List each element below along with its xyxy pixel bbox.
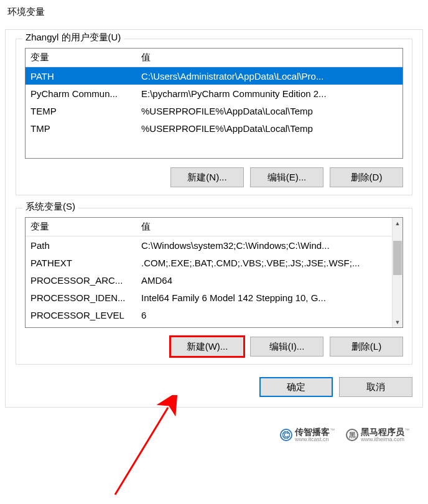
list-header: 变量 值 (26, 218, 402, 236)
table-row[interactable]: Path C:\Windows\system32;C:\Windows;C:\W… (26, 236, 392, 254)
cell-val: 6 (136, 308, 392, 322)
table-row[interactable]: PROCESSOR_LEVEL 6 (26, 306, 392, 324)
dialog-title: 环境变量 (0, 0, 428, 24)
cell-var: PROCESSOR_ARC... (26, 273, 136, 287)
annotation-arrow-icon (100, 395, 199, 501)
cell-val: .COM;.EXE;.BAT;.CMD;.VBS;.VBE;.JS;.JSE;.… (136, 256, 392, 270)
col-value[interactable]: 值 (136, 218, 402, 236)
scroll-track[interactable] (393, 228, 402, 317)
cell-val: E:\pycharm\PyCharm Community Edition 2..… (136, 86, 402, 101)
col-variable[interactable]: 变量 (26, 218, 136, 236)
dialog-button-row: 确定 取消 (16, 377, 412, 397)
table-row[interactable]: PATH C:\Users\Administrator\AppData\Loca… (26, 67, 402, 85)
cell-var: TEMP (26, 104, 136, 118)
svg-line-0 (115, 408, 168, 495)
list-body: PATH C:\Users\Administrator\AppData\Loca… (26, 67, 402, 137)
cell-val: AMD64 (136, 273, 392, 287)
user-vars-list[interactable]: 变量 值 PATH C:\Users\Administrator\AppData… (25, 48, 403, 159)
table-row[interactable]: PyCharm Commun... E:\pycharm\PyCharm Com… (26, 85, 402, 102)
list-body: Path C:\Windows\system32;C:\Windows;C:\W… (26, 236, 402, 324)
cell-var: PATH (26, 69, 136, 83)
watermark-itheima: 黑 黑马程序员™ www.itheima.com (346, 427, 409, 443)
user-vars-label: Zhangyl 的用户变量(U) (22, 32, 124, 44)
dialog-body: Zhangyl 的用户变量(U) 变量 值 PATH C:\Users\Admi… (5, 29, 423, 408)
watermark-itcast: C 传智播客™ www.itcast.cn (280, 427, 335, 443)
delete-user-var-button[interactable]: 删除(D) (330, 167, 403, 187)
wm-cn: 黑马程序员 (361, 427, 404, 437)
table-row[interactable]: PROCESSOR_IDEN... Intel64 Family 6 Model… (26, 289, 392, 306)
table-row[interactable]: PATHEXT .COM;.EXE;.BAT;.CMD;.VBS;.VBE;.J… (26, 254, 392, 271)
system-vars-list[interactable]: 变量 值 Path C:\Windows\system32;C:\Windows… (25, 217, 403, 328)
scrollbar[interactable]: ▲ ▼ (392, 218, 402, 327)
cell-var: TMP (26, 121, 136, 136)
scroll-thumb[interactable] (393, 241, 402, 275)
itheima-icon: 黑 (346, 429, 358, 441)
itcast-icon: C (280, 429, 292, 441)
new-sys-var-button[interactable]: 新建(W)... (170, 337, 244, 357)
cancel-button[interactable]: 取消 (339, 377, 412, 397)
ok-button[interactable]: 确定 (259, 377, 333, 397)
cell-var: PyCharm Commun... (26, 86, 136, 101)
wm-url: www.itheima.com (361, 437, 409, 443)
cell-var: Path (26, 238, 136, 253)
cell-var: PROCESSOR_IDEN... (26, 291, 136, 305)
cell-val: %USERPROFILE%\AppData\Local\Temp (136, 104, 402, 118)
cell-val: Intel64 Family 6 Model 142 Stepping 10, … (136, 291, 392, 305)
scroll-up-icon[interactable]: ▲ (393, 218, 402, 228)
cell-val: C:\Users\Administrator\AppData\Local\Pro… (136, 69, 402, 83)
user-button-row: 新建(N)... 编辑(E)... 删除(D) (25, 167, 403, 187)
edit-user-var-button[interactable]: 编辑(E)... (250, 167, 323, 187)
delete-sys-var-button[interactable]: 删除(L) (330, 337, 403, 357)
cell-var: PROCESSOR_LEVEL (26, 308, 136, 322)
list-header: 变量 值 (26, 49, 402, 67)
wm-url: www.itcast.cn (295, 437, 335, 443)
col-value[interactable]: 值 (136, 49, 402, 67)
cell-val: C:\Windows\system32;C:\Windows;C:\Wind..… (136, 238, 392, 253)
system-vars-group: 系统变量(S) 变量 值 Path C:\Windows\system32;C:… (16, 208, 412, 365)
cell-val: %USERPROFILE%\AppData\Local\Temp (136, 121, 402, 136)
sys-button-row: 新建(W)... 编辑(I)... 删除(L) (25, 337, 403, 357)
edit-sys-var-button[interactable]: 编辑(I)... (250, 337, 323, 357)
table-row[interactable]: TEMP %USERPROFILE%\AppData\Local\Temp (26, 102, 402, 119)
table-row[interactable]: PROCESSOR_ARC... AMD64 (26, 271, 392, 289)
scroll-down-icon[interactable]: ▼ (393, 317, 402, 327)
watermarks: C 传智播客™ www.itcast.cn 黑 黑马程序员™ www.ithei… (280, 427, 409, 443)
user-vars-group: Zhangyl 的用户变量(U) 变量 值 PATH C:\Users\Admi… (16, 39, 412, 195)
wm-cn: 传智播客 (295, 427, 330, 437)
table-row[interactable]: TMP %USERPROFILE%\AppData\Local\Temp (26, 119, 402, 137)
system-vars-label: 系统变量(S) (22, 201, 78, 213)
new-user-var-button[interactable]: 新建(N)... (170, 167, 244, 187)
col-variable[interactable]: 变量 (26, 49, 136, 67)
cell-var: PATHEXT (26, 256, 136, 270)
